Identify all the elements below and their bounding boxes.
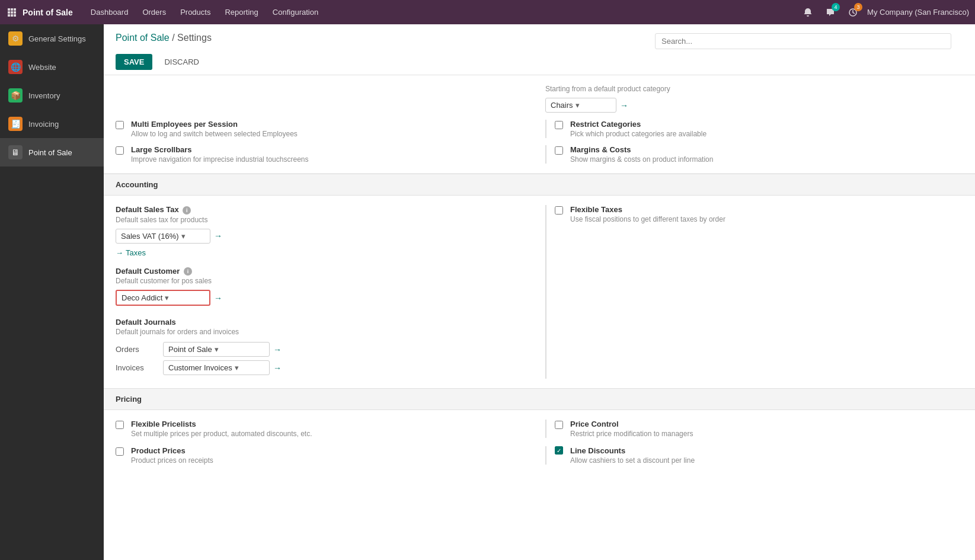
invoices-label: Invoices: [116, 363, 157, 372]
flexible-taxes-desc: Use fiscal positions to get different ta…: [570, 215, 725, 223]
flexible-taxes-checkbox[interactable]: [555, 206, 563, 215]
multi-employees-checkbox[interactable]: [116, 121, 124, 129]
flexible-taxes-setting: Flexible Taxes Use fiscal positions to g…: [555, 205, 963, 223]
discard-button[interactable]: DISCARD: [156, 54, 207, 70]
line-discounts-setting: Line Discounts Allow cashiers to set a d…: [545, 446, 963, 465]
svg-rect-8: [14, 14, 16, 17]
deco-addict-select[interactable]: Deco Addict ▾: [116, 290, 210, 306]
invoices-select[interactable]: Customer Invoices ▾: [163, 360, 270, 375]
main-content: Point of Sale / Settings SAVE DISCARD St…: [104, 24, 975, 560]
large-scrollbars-checkbox[interactable]: [116, 146, 124, 155]
restrict-categories-label: Restrict Categories: [570, 120, 707, 129]
accounting-left: Default Sales Tax i Default sales tax fo…: [116, 205, 533, 379]
chairs-arrow[interactable]: →: [620, 101, 628, 110]
chat-icon[interactable]: 4: [822, 4, 839, 21]
price-control-setting: Price Control Restrict price modificatio…: [545, 420, 963, 438]
orders-arrow[interactable]: →: [273, 345, 282, 354]
product-prices-desc: Product prices on receipts: [131, 456, 213, 465]
navbar: Point of Sale Dashboard Orders Products …: [0, 0, 975, 24]
clock-icon[interactable]: 3: [845, 4, 861, 21]
default-journals-setting: Default Journals Default journals for or…: [116, 318, 533, 336]
large-scrollbars-label: Large Scrollbars: [131, 145, 308, 154]
chairs-select[interactable]: Chairs ▾: [545, 98, 616, 113]
sales-vat-arrow[interactable]: →: [214, 231, 222, 241]
category-field: Starting from a default product category…: [545, 85, 963, 113]
default-customer-label: Default Customer i: [116, 267, 533, 276]
deco-addict-field-row: Deco Addict ▾ →: [116, 290, 533, 306]
sidebar-item-website[interactable]: 🌐 Website: [0, 53, 104, 81]
inventory-icon: 📦: [8, 88, 23, 103]
page-header: Point of Sale / Settings SAVE DISCARD: [104, 24, 975, 75]
invoices-value: Customer Invoices ▾ →: [163, 360, 282, 375]
invoices-chevron: ▾: [235, 363, 239, 372]
accounting-body: Default Sales Tax i Default sales tax fo…: [104, 196, 975, 388]
chairs-chevron: ▾: [576, 101, 580, 110]
breadcrumb-separator: /: [172, 33, 177, 43]
sidebar-item-inventory[interactable]: 📦 Inventory: [0, 81, 104, 110]
invoices-arrow[interactable]: →: [273, 363, 282, 373]
app-title: Point of Sale: [23, 8, 73, 17]
grid-icon[interactable]: [6, 7, 18, 18]
sidebar-label-pos: Point of Sale: [28, 148, 72, 157]
multi-employees-setting: Multi Employees per Session Allow to log…: [116, 120, 533, 138]
margins-costs-checkbox[interactable]: [555, 146, 563, 155]
flexible-taxes-label: Flexible Taxes: [570, 205, 725, 214]
customer-info-icon[interactable]: i: [184, 267, 192, 276]
nav-products[interactable]: Products: [174, 4, 216, 20]
breadcrumb-current: Settings: [177, 33, 212, 43]
pricing-body: Flexible Pricelists Set multiple prices …: [104, 410, 975, 474]
price-control-label: Price Control: [570, 420, 693, 428]
product-prices-checkbox[interactable]: [116, 447, 124, 456]
default-customer-setting: Default Customer i Default customer for …: [116, 267, 533, 286]
nav-configuration[interactable]: Configuration: [267, 4, 324, 20]
multi-employees-label: Multi Employees per Session: [131, 120, 298, 129]
nav-orders[interactable]: Orders: [136, 4, 172, 20]
navbar-right: 4 3 My Company (San Francisco): [800, 4, 969, 21]
save-button[interactable]: SAVE: [116, 54, 152, 70]
orders-label: Orders: [116, 345, 157, 354]
default-journals-label: Default Journals: [116, 318, 533, 327]
default-customer-desc: Default customer for pos sales: [116, 277, 533, 285]
sidebar-item-point-of-sale[interactable]: 🖥 Point of Sale: [0, 138, 104, 167]
breadcrumb-parent[interactable]: Point of Sale: [116, 33, 170, 43]
flexible-pricelists-checkbox[interactable]: [116, 421, 124, 429]
flexible-pricelists-desc: Set multiple prices per product, automat…: [131, 430, 312, 438]
large-scrollbars-desc: Improve navigation for imprecise industr…: [131, 155, 308, 164]
invoicing-icon: 🧾: [8, 117, 23, 131]
product-prices-label: Product Prices: [131, 446, 213, 455]
taxes-link-label: Taxes: [126, 248, 146, 257]
sales-tax-info-icon[interactable]: i: [183, 206, 191, 215]
chairs-field-row: Chairs ▾ →: [545, 98, 963, 113]
default-sales-tax-setting: Default Sales Tax i Default sales tax fo…: [116, 205, 533, 224]
notifications-icon[interactable]: [800, 4, 816, 21]
sales-vat-select[interactable]: Sales VAT (16%) ▾: [116, 229, 210, 244]
nav-dashboard[interactable]: Dashboard: [85, 4, 135, 20]
deco-addict-arrow[interactable]: →: [214, 293, 222, 303]
price-control-checkbox[interactable]: [555, 421, 563, 429]
sales-vat-value: Sales VAT (16%): [121, 232, 179, 241]
svg-rect-4: [11, 11, 13, 14]
chat-badge: 4: [832, 3, 840, 11]
restrict-categories-setting: Restrict Categories Pick which product c…: [545, 120, 963, 138]
sidebar-label-general: General Settings: [28, 34, 86, 43]
restrict-categories-checkbox[interactable]: [555, 121, 563, 129]
sales-vat-chevron: ▾: [181, 232, 186, 241]
svg-rect-3: [8, 11, 10, 14]
sidebar-item-general-settings[interactable]: ⚙ General Settings: [0, 24, 104, 53]
line-discounts-checkbox[interactable]: [555, 446, 563, 455]
orders-select[interactable]: Point of Sale ▾: [163, 342, 270, 357]
orders-chevron: ▾: [215, 345, 219, 354]
accounting-section-header: Accounting: [104, 174, 975, 196]
margins-costs-desc: Show margins & costs on product informat…: [570, 155, 713, 164]
clock-badge: 3: [854, 3, 862, 11]
svg-rect-0: [8, 8, 10, 11]
svg-rect-2: [14, 8, 16, 11]
invoices-field-row: Invoices Customer Invoices ▾ →: [116, 360, 533, 375]
taxes-link[interactable]: → Taxes: [116, 248, 533, 257]
breadcrumb: Point of Sale / Settings: [116, 33, 212, 43]
multi-employees-desc: Allow to log and switch between selected…: [131, 130, 298, 138]
sidebar: ⚙ General Settings 🌐 Website 📦 Inventory…: [0, 24, 104, 560]
sidebar-item-invoicing[interactable]: 🧾 Invoicing: [0, 110, 104, 138]
search-input[interactable]: [655, 33, 951, 49]
nav-reporting[interactable]: Reporting: [219, 4, 264, 20]
